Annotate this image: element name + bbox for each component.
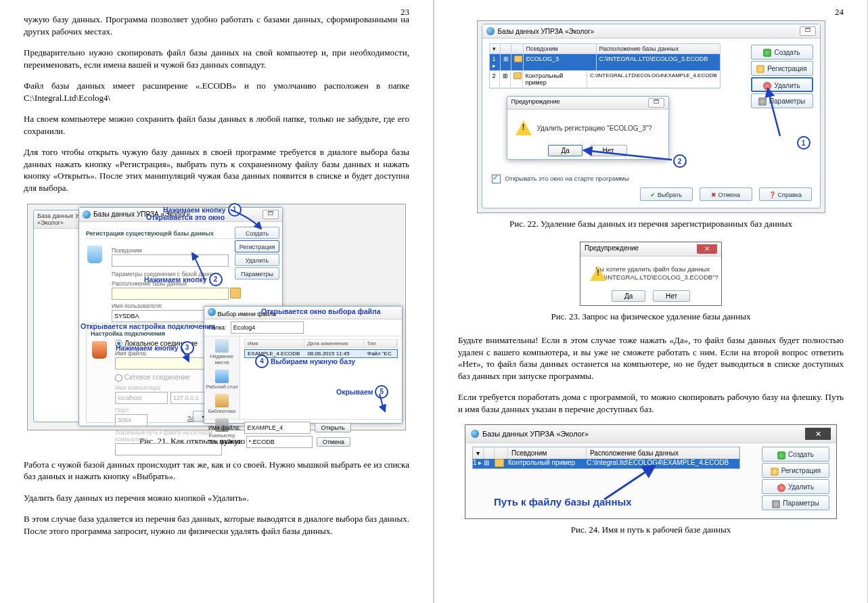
place-desktop[interactable]: Рабочий стол bbox=[204, 370, 239, 390]
annotation: Окрываем 5 bbox=[336, 385, 388, 399]
folder-input[interactable] bbox=[231, 321, 304, 334]
register-button[interactable]: Регистрация bbox=[762, 463, 829, 478]
register-icon bbox=[756, 65, 764, 73]
paragraph: Файл базы данных имеет расширение «.ECOD… bbox=[24, 80, 409, 104]
col-path: Расположение базы данных bbox=[597, 44, 720, 53]
select-button[interactable]: ✔ Выбрать bbox=[640, 187, 693, 201]
warning-title: Предупреждение bbox=[585, 244, 639, 254]
dialog-title: Базы данных УПРЗА «Эколог» bbox=[498, 28, 595, 35]
cancel-button[interactable]: Отмена bbox=[317, 437, 350, 447]
annotation-circle: 2 bbox=[673, 154, 687, 168]
yes-button[interactable]: Да bbox=[548, 145, 582, 156]
side-buttons: Создать Регистрация Удалить Параметры bbox=[751, 43, 813, 110]
register-button[interactable]: Регистрация bbox=[235, 240, 279, 252]
yes-button[interactable]: Да bbox=[612, 290, 645, 302]
warning-title: Предупреждение bbox=[511, 98, 560, 108]
paragraph: чужую базу данных. Программа позволяет у… bbox=[24, 14, 409, 37]
places-bar: Недавние места Рабочий стол Библиотеки К… bbox=[204, 336, 240, 419]
dialog-titlebar: Базы данных УПРЗА «Эколог» ✕ bbox=[465, 425, 836, 443]
network-radio-label: Сетевое соединение bbox=[124, 374, 190, 381]
dialog-title: Базы данных УПРЗА «Эколог» bbox=[482, 430, 589, 438]
cancel-button[interactable]: ✖ Отмена bbox=[700, 187, 752, 201]
port-input[interactable] bbox=[115, 414, 147, 426]
params-button[interactable]: Параметры bbox=[235, 267, 279, 280]
database-icon bbox=[87, 246, 102, 263]
figure-24: Базы данных УПРЗА «Эколог» ✕ ▾ Псевдоним… bbox=[465, 424, 837, 519]
dialog-titlebar: Базы данных УПРЗА «Эколог» 🗖 bbox=[482, 24, 820, 39]
side-buttons: Создать Регистрация Удалить Параметры bbox=[235, 225, 281, 281]
delete-button[interactable]: Удалить bbox=[751, 77, 813, 92]
table-row[interactable]: 2 ⊞ Контрольный пример C:\INTEGRAL.LTD\E… bbox=[490, 71, 720, 88]
warning-dialog: Предупреждение 🗖 Удалить регистрацию "EC… bbox=[507, 96, 669, 160]
startup-checkbox[interactable] bbox=[492, 175, 501, 183]
db-location-input[interactable] bbox=[112, 288, 229, 300]
annotation: Открывается настройка подключения bbox=[81, 322, 215, 330]
no-button[interactable]: Нет bbox=[590, 145, 627, 156]
paragraph: Удалить базу данных из перечня можно кно… bbox=[24, 492, 409, 504]
help-button[interactable]: ❓ Справка bbox=[759, 187, 812, 201]
figure-22: Базы данных УПРЗА «Эколог» 🗖 ▾ Псевдоним… bbox=[477, 20, 825, 213]
col-path: Расположение базы данных bbox=[587, 447, 739, 459]
warning-icon bbox=[516, 120, 532, 135]
annotation: Нажимаем кнопку 3 bbox=[116, 341, 194, 355]
filetype-input[interactable] bbox=[246, 436, 313, 448]
table-row-selected[interactable]: 1 ▸ ⊞ ECOLOG_3 C:\INTEGRAL.LTD\ECOLOG_3.… bbox=[490, 54, 720, 71]
paragraph: Предварительно нужно скопировать файл ба… bbox=[24, 47, 409, 70]
params-button[interactable]: Параметры bbox=[762, 495, 829, 510]
warning-message: Удалить регистрацию "ECOLOG_3"? bbox=[537, 125, 652, 132]
browse-icon[interactable] bbox=[230, 288, 241, 298]
create-button[interactable]: Создать bbox=[751, 45, 813, 60]
filename-label: Имя файла: bbox=[208, 424, 240, 431]
filetype-label: Тип файлов: bbox=[208, 439, 242, 445]
network-radio[interactable] bbox=[115, 374, 122, 382]
open-button[interactable]: Открыть bbox=[315, 423, 350, 432]
window-control-icon[interactable]: 🗖 bbox=[800, 26, 816, 36]
page-number: 23 bbox=[401, 7, 409, 18]
filename-input[interactable] bbox=[244, 422, 311, 434]
register-button[interactable]: Регистрация bbox=[751, 61, 813, 76]
params-button[interactable]: Параметры bbox=[751, 93, 813, 108]
alias-input[interactable] bbox=[112, 254, 229, 267]
figure-21: База данных УПРЗА «Эколог» Базы данных У… bbox=[27, 204, 406, 430]
col-alias: Псевдоним bbox=[524, 44, 597, 53]
paragraph: Будьте внимательны! Если в этом случае т… bbox=[458, 334, 844, 382]
globe-icon bbox=[83, 210, 91, 219]
figure-23: Предупреждение ✕ Вы хотите удалить файл … bbox=[580, 242, 722, 306]
place-libraries[interactable]: Библиотеки bbox=[204, 394, 239, 414]
create-button[interactable]: Создать bbox=[762, 447, 829, 462]
host-input[interactable] bbox=[115, 392, 168, 404]
warning-message: Вы хотите удалить файл базы данных "C:\I… bbox=[595, 265, 718, 282]
db-table: ▾ Псевдоним Расположение базы данных 1 ▸… bbox=[472, 447, 740, 469]
page-number: 24 bbox=[835, 7, 844, 18]
figure-caption: Рис. 23. Запрос на физическое удаление б… bbox=[458, 311, 844, 322]
no-button[interactable]: Нет bbox=[653, 290, 690, 302]
page-23: 23 чужую базу данных. Программа позволяе… bbox=[0, 0, 433, 603]
plus-icon bbox=[777, 451, 785, 460]
delete-button[interactable]: Удалить bbox=[762, 479, 829, 494]
checkbox-label: Открывать это окно на старте программы bbox=[505, 175, 629, 182]
delete-icon bbox=[763, 82, 771, 90]
table-row-selected[interactable]: 1 ▸ ⊞ Контрольный пример C:\Integral.ltd… bbox=[473, 459, 739, 468]
globe-icon bbox=[208, 308, 216, 316]
close-icon[interactable]: ✕ bbox=[697, 244, 717, 254]
close-icon[interactable]: ✕ bbox=[805, 428, 831, 440]
figure-caption: Рис. 24. Имя и путь к рабочей базе данны… bbox=[458, 524, 844, 535]
delete-button[interactable]: Удалить bbox=[235, 254, 279, 266]
create-button[interactable]: Создать bbox=[235, 227, 279, 239]
db-table: ▾ Псевдоним Расположение базы данных 1 ▸… bbox=[489, 43, 721, 89]
paragraph: На своем компьютере можно сохранить файл… bbox=[24, 113, 409, 137]
side-buttons: Создать Регистрация Удалить Параметры bbox=[762, 445, 829, 512]
annotation: Путь к файлу базы данных bbox=[494, 496, 632, 508]
close-icon[interactable]: 🗖 bbox=[648, 98, 664, 108]
dialog-footer: ✔ Выбрать ✖ Отмена ❓ Справка bbox=[640, 186, 812, 202]
file-list-header: Имя Дата изменения Тип bbox=[244, 339, 398, 348]
paragraph: Если требуется поработать дома с програм… bbox=[458, 391, 844, 415]
register-icon bbox=[771, 468, 779, 476]
place-recent[interactable]: Недавние места bbox=[204, 339, 239, 365]
col-alias: Псевдоним bbox=[508, 447, 587, 459]
globe-icon bbox=[486, 27, 495, 35]
plus-icon bbox=[763, 49, 771, 57]
window-control-icon[interactable]: 🗖 bbox=[262, 210, 279, 219]
annotation: Нажимаем кнопку 2 bbox=[144, 273, 223, 286]
annotation: Открывается окно выбора файла bbox=[261, 307, 381, 315]
